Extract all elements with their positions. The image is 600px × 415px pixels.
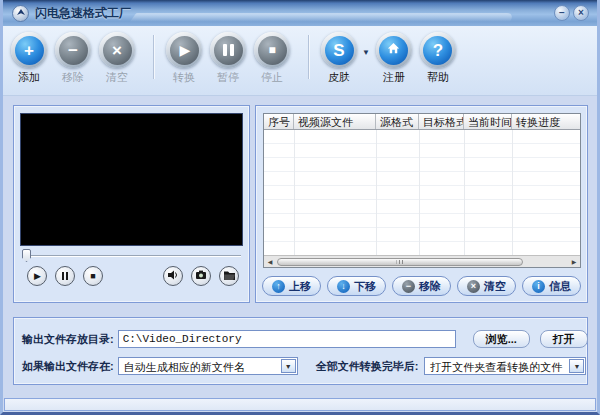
column-divider	[376, 130, 377, 255]
register-label: 注册	[383, 70, 405, 85]
browse-button[interactable]: 浏览...	[473, 330, 530, 348]
output-settings-panel: 输出文件存放目录: 浏览... 打开 如果输出文件存在: 自动生成相应的新文件名…	[13, 317, 588, 385]
clear-items-label: 清空	[484, 279, 506, 294]
move-up-button[interactable]: ↑ 上移	[262, 276, 321, 296]
horizontal-scrollbar[interactable]: ◀ ▶	[264, 255, 580, 267]
column-header-progress[interactable]: 转换进度	[512, 114, 580, 129]
dropdown-arrow-icon[interactable]: ▼	[569, 359, 584, 373]
queue-table[interactable]: 序号 视频源文件 源格式 目标格式 当前时间 转换进度 ◀ ▶	[263, 113, 581, 268]
column-divider	[512, 130, 513, 255]
titlebar-swoosh-decoration	[130, 13, 516, 22]
output-directory-input[interactable]	[118, 330, 456, 348]
remove-label: 移除	[62, 70, 84, 85]
after-convert-label: 全部文件转换完毕后:	[316, 359, 419, 374]
player-play-button[interactable]: ▶	[27, 266, 47, 286]
scroll-right-arrow-icon[interactable]: ▶	[568, 258, 580, 265]
video-preview-panel: ▶ ■	[13, 105, 250, 303]
after-convert-value: 打开文件夹查看转换的文件	[430, 361, 562, 373]
column-divider	[294, 130, 295, 255]
stop-label: 停止	[261, 70, 283, 85]
up-arrow-icon: ↑	[272, 280, 285, 293]
move-down-label: 下移	[354, 279, 376, 294]
help-button[interactable]: ? 帮助	[416, 32, 460, 85]
skin-icon: S	[333, 42, 344, 59]
scroll-left-arrow-icon[interactable]: ◀	[264, 258, 276, 265]
pause-button[interactable]: 暂停	[206, 32, 250, 85]
clear-items-button[interactable]: × 清空	[457, 276, 516, 296]
pause-icon	[62, 272, 68, 280]
player-controls: ▶ ■	[14, 263, 249, 286]
toolbar-separator	[308, 35, 310, 79]
column-divider	[464, 130, 465, 255]
status-bar	[4, 398, 596, 411]
help-label: 帮助	[427, 70, 449, 85]
minus-icon: −	[402, 280, 415, 293]
stop-button[interactable]: ■ 停止	[250, 32, 294, 85]
home-icon	[386, 41, 401, 60]
skin-label: 皮肤	[328, 70, 350, 85]
column-header-current-time[interactable]: 当前时间	[464, 114, 512, 129]
close-button[interactable]: ×	[573, 5, 589, 21]
video-preview-screen	[20, 113, 243, 246]
column-divider	[419, 130, 420, 255]
question-icon: ?	[433, 42, 443, 59]
cross-icon: ×	[467, 280, 480, 293]
output-options-row: 如果输出文件存在: 自动生成相应的新文件名 ▼ 全部文件转换完毕后: 打开文件夹…	[22, 357, 579, 375]
player-volume-button[interactable]	[163, 266, 183, 286]
output-directory-label: 输出文件存放目录:	[22, 332, 114, 347]
scrollbar-thumb[interactable]	[277, 258, 523, 266]
stop-icon: ■	[90, 272, 95, 281]
clear-label: 清空	[106, 70, 128, 85]
skin-button[interactable]: S 皮肤	[317, 32, 361, 85]
player-stop-button[interactable]: ■	[83, 266, 103, 286]
move-down-button[interactable]: ↓ 下移	[327, 276, 386, 296]
convert-button[interactable]: ▶ 转换	[162, 32, 206, 85]
convert-label: 转换	[173, 70, 195, 85]
info-button[interactable]: i 信息	[522, 276, 581, 296]
app-window: 闪电急速格式工厂 − × + 添加 − 移除 × 清空 ▶ 转换 暂停 ■	[0, 0, 600, 415]
remove-item-button[interactable]: − 移除	[392, 276, 451, 296]
player-snapshot-button[interactable]	[191, 266, 211, 286]
player-pause-button[interactable]	[55, 266, 75, 286]
queue-table-body[interactable]	[264, 130, 580, 255]
minus-icon: −	[68, 42, 78, 59]
queue-button-row: ↑ 上移 ↓ 下移 − 移除 × 清空 i 信息	[262, 276, 581, 296]
player-extra-group	[163, 266, 239, 286]
app-icon-glyph	[16, 8, 26, 18]
title-bar: 闪电急速格式工厂 − ×	[3, 0, 597, 26]
pause-label: 暂停	[217, 70, 239, 85]
column-header-source-format[interactable]: 源格式	[376, 114, 419, 129]
remove-button[interactable]: − 移除	[51, 32, 95, 85]
add-button[interactable]: + 添加	[7, 32, 51, 85]
queue-panel: 序号 视频源文件 源格式 目标格式 当前时间 转换进度 ◀ ▶	[255, 105, 588, 303]
camera-icon	[195, 267, 207, 285]
seek-bar[interactable]	[22, 249, 241, 263]
open-button[interactable]: 打开	[540, 330, 588, 348]
column-header-source-file[interactable]: 视频源文件	[294, 114, 376, 129]
register-button[interactable]: 注册	[372, 32, 416, 85]
folder-icon	[223, 267, 236, 285]
minimize-button[interactable]: −	[554, 5, 570, 21]
after-convert-select[interactable]: 打开文件夹查看转换的文件 ▼	[424, 357, 586, 375]
column-header-target-format[interactable]: 目标格式	[419, 114, 464, 129]
seek-thumb[interactable]	[22, 249, 31, 262]
toolbar-separator	[153, 35, 155, 79]
window-title: 闪电急速格式工厂	[35, 5, 131, 22]
pause-icon	[223, 44, 234, 56]
queue-table-header: 序号 视频源文件 源格式 目标格式 当前时间 转换进度	[264, 114, 580, 130]
info-icon: i	[532, 280, 545, 293]
player-open-file-button[interactable]	[219, 266, 239, 286]
if-file-exists-select[interactable]: 自动生成相应的新文件名 ▼	[118, 357, 298, 375]
plus-icon: +	[24, 42, 34, 59]
seek-track[interactable]	[22, 255, 241, 257]
skin-dropdown-caret-icon[interactable]: ▼	[362, 48, 370, 57]
remove-item-label: 移除	[419, 279, 441, 294]
dropdown-arrow-icon[interactable]: ▼	[281, 359, 296, 373]
main-toolbar: + 添加 − 移除 × 清空 ▶ 转换 暂停 ■ 停止 S 皮肤 ▼	[3, 26, 597, 96]
move-up-label: 上移	[289, 279, 311, 294]
cross-icon: ×	[112, 42, 122, 59]
clear-button[interactable]: × 清空	[95, 32, 139, 85]
app-icon	[12, 5, 29, 22]
column-header-index[interactable]: 序号	[264, 114, 294, 129]
info-label: 信息	[549, 279, 571, 294]
